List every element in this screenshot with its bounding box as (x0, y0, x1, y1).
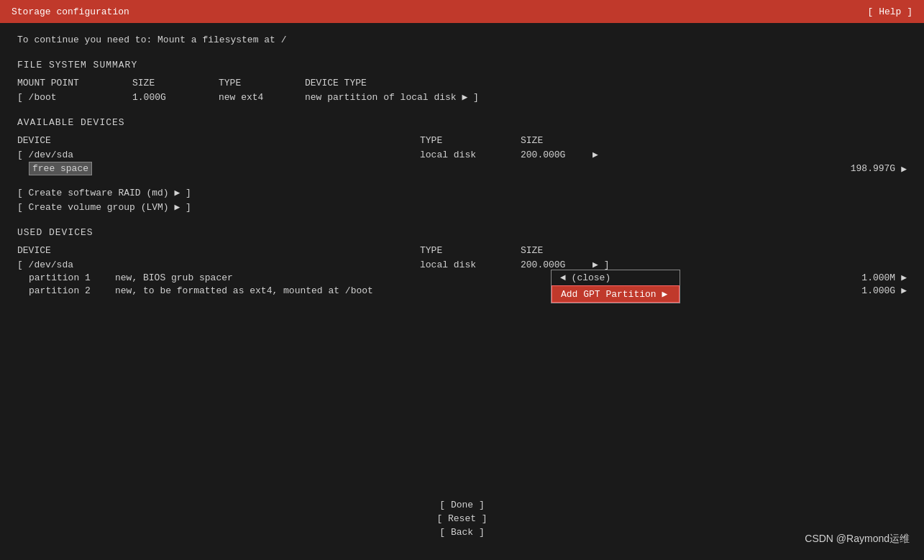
partition1-row[interactable]: partition 1 new, BIOS grub spacer 1.000M… (29, 272, 907, 283)
available-devices-section: AVAILABLE DEVICES DEVICE TYPE SIZE [ /de… (17, 117, 907, 175)
size2-header: SIZE (521, 135, 593, 146)
partition2-name: partition 2 (29, 285, 115, 296)
fs-size: 1.000G (132, 92, 219, 103)
sda-type: local disk (420, 150, 521, 160)
used-sda-type: local disk (420, 260, 521, 270)
used-sda-size: 200.000G (521, 260, 593, 270)
free-space-size: 198.997G (823, 163, 895, 174)
used-devices-section: USED DEVICES DEVICE TYPE SIZE [ /dev/sda… (17, 227, 907, 296)
used-sda-name: [ /dev/sda (17, 260, 420, 270)
partition2-size: 1.000G (823, 285, 895, 296)
used-device-header: DEVICE (17, 245, 420, 256)
title-text: Storage configuration (12, 6, 129, 17)
partition1-size: 1.000M (823, 272, 895, 283)
device-type-header: DEVICE TYPE (305, 78, 907, 88)
used-size-header: SIZE (521, 245, 593, 256)
used-dev-table-header: DEVICE TYPE SIZE (17, 245, 907, 256)
fs-summary-header: FILE SYSTEM SUMMARY (17, 60, 907, 70)
type2-header: TYPE (420, 135, 521, 146)
dev-table-header: DEVICE TYPE SIZE (17, 135, 907, 146)
fs-type: new ext4 (219, 92, 305, 103)
title-bar: Storage configuration [ Help ] (0, 0, 924, 23)
free-space-label: free space (29, 162, 92, 175)
fs-mount-point: [ /boot (17, 92, 132, 103)
watermark: CSDN @Raymond运维 (805, 533, 910, 546)
used-sda-row[interactable]: [ /dev/sda local disk 200.000G ▶ ] (17, 259, 907, 270)
partition2-row[interactable]: partition 2 new, to be formatted as ext4… (29, 285, 907, 296)
help-button[interactable]: [ Help ] (868, 6, 912, 17)
fs-summary-section: FILE SYSTEM SUMMARY MOUNT POINT SIZE TYP… (17, 60, 907, 103)
create-raid-link[interactable]: [ Create software RAID (md) ▶ ] (17, 187, 907, 198)
back-button[interactable]: [ Back ] (439, 526, 484, 538)
type-header: TYPE (219, 78, 305, 88)
fs-device-type: new partition of local disk ▶ ] (305, 91, 907, 103)
bottom-buttons: [ Done ] [ Reset ] [ Back ] (436, 499, 487, 538)
used-devices-header: USED DEVICES (17, 227, 907, 238)
dropdown-add-gpt[interactable]: Add GPT Partition ▶ (552, 285, 680, 303)
partition2-desc: new, to be formatted as ext4, mounted at… (115, 285, 823, 296)
available-devices-header: AVAILABLE DEVICES (17, 117, 907, 128)
used-type-header: TYPE (420, 245, 521, 256)
size-header: SIZE (132, 78, 219, 88)
create-lvm-link[interactable]: [ Create volume group (LVM) ▶ ] (17, 201, 907, 213)
used-sda-suffix: ▶ ] (593, 259, 609, 270)
sda-name: [ /dev/sda (17, 150, 420, 160)
device-sda-row[interactable]: [ /dev/sda local disk 200.000G ▶ (17, 149, 907, 160)
partition1-name: partition 1 (29, 272, 115, 283)
partition1-desc: new, BIOS grub spacer (115, 272, 823, 283)
device-header: DEVICE (17, 135, 420, 146)
dropdown-close[interactable]: ◄ (close) (552, 270, 680, 285)
action-links: [ Create software RAID (md) ▶ ] [ Create… (17, 187, 907, 213)
mount-point-header: MOUNT POINT (17, 78, 132, 88)
sda-size: 200.000G (521, 150, 593, 160)
fs-table-header: MOUNT POINT SIZE TYPE DEVICE TYPE (17, 78, 907, 88)
notice-text: To continue you need to: Mount a filesys… (17, 35, 907, 45)
dropdown-popup: ◄ (close) Add GPT Partition ▶ (551, 270, 680, 303)
fs-entry-1[interactable]: [ /boot 1.000G new ext4 new partition of… (17, 91, 907, 103)
free-space-row[interactable]: free space 198.997G ▶ (17, 162, 907, 175)
sda-arrow: ▶ (593, 149, 598, 160)
done-button[interactable]: [ Done ] (439, 499, 484, 511)
partition2-arrow: ▶ (901, 285, 907, 296)
main-content: To continue you need to: Mount a filesys… (0, 23, 924, 309)
free-space-arrow: ▶ (901, 163, 907, 175)
reset-button[interactable]: [ Reset ] (436, 513, 487, 525)
partition1-arrow: ▶ (901, 272, 907, 283)
